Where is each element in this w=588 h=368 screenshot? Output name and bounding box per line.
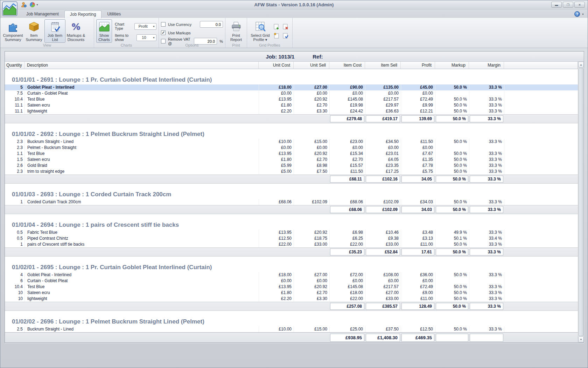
group-footer-cell-desc <box>24 302 259 311</box>
apply-profile-button[interactable] <box>282 32 289 40</box>
group-header[interactable]: 01/01/02 - 2692 : Lounge : 1 Pelmet Buck… <box>5 130 578 139</box>
grand-total-item-cost: £938.95 <box>330 334 364 342</box>
markups-discounts-button[interactable]: % Markups & Discounts <box>65 19 86 43</box>
table-row[interactable]: 1Corded Curtain Track 200cm£68.06£102.09… <box>5 199 578 205</box>
group-footer-cell-unit-cost <box>259 175 294 183</box>
table-row[interactable]: 0.5Piped Contrast Chintz£12.50£18.75£6.2… <box>5 236 578 241</box>
table-row[interactable]: 10Sateen ecru£1.80£2.70£18.00£27.00£9.00… <box>5 290 578 296</box>
column-header-markup[interactable]: Markup <box>435 62 469 69</box>
close-button[interactable]: ✕ <box>574 2 585 8</box>
table-row[interactable]: 2.6Gold Braid£5.99£8.98£15.57£23.35£7.78… <box>5 163 578 169</box>
group-footer-cell-filler <box>504 115 578 123</box>
cell-desc: Curtain - Goblet Pleat <box>24 278 259 284</box>
use-currency-checkbox[interactable] <box>161 22 166 27</box>
table-row[interactable]: 2.3Buckrum Straight - Lined£10.00£15.00£… <box>5 139 578 145</box>
minimize-button[interactable]: ▬ <box>551 2 562 8</box>
print-report-button[interactable]: Print Report <box>227 19 245 43</box>
cell-markup <box>435 145 469 151</box>
group-total-item-sell: £102.16 <box>366 176 400 183</box>
chevron-down-icon[interactable]: ▼ <box>582 13 584 15</box>
add-profile-button[interactable] <box>273 23 280 30</box>
component-summary-button[interactable]: Component Summary <box>2 19 23 43</box>
table-row[interactable]: 11.1lightweight£2.20£3.30£24.42£36.63£12… <box>5 108 578 114</box>
table-row[interactable]: 10.4Test Blue£13.95£20.92£145.08£217.57£… <box>5 284 578 290</box>
cell-unit-sell: £33.00 <box>294 241 329 247</box>
show-charts-button[interactable]: Show Charts <box>96 19 112 43</box>
column-header-item-sell[interactable]: Item Sell <box>365 62 401 69</box>
cell-filler <box>504 272 578 278</box>
chart-options-button[interactable]: ▼ <box>29 2 38 8</box>
column-header-item-cost[interactable]: Item Cost <box>329 62 365 69</box>
table-row[interactable]: 1.1Test Blue£13.95£20.92£15.34£23.01£7.6… <box>5 151 578 157</box>
table-row[interactable]: 10lightweight£2.20£3.30£22.00£33.00£11.0… <box>5 296 578 302</box>
table-row[interactable]: 2.3trim to straight edge£5.00£7.50£11.50… <box>5 169 578 175</box>
group-header[interactable]: 01/01/01 - 2691 : Lounge : 1 Pr. Curtain… <box>5 75 578 84</box>
cell-unit-cost: £0.00 <box>259 145 294 151</box>
grand-total-cell-margin <box>469 333 504 342</box>
table-row[interactable]: 7.5Curtain - Goblet Pleat£0.00£0.00£0.00… <box>5 90 578 96</box>
cell-filler <box>504 326 578 332</box>
scroll-down-button[interactable]: ▼ <box>578 336 584 342</box>
chart-type-select[interactable]: Profit ▼ <box>134 23 156 30</box>
table-row[interactable]: 4Goblet Pleat - Interlined£18.00£27.00£7… <box>5 272 578 278</box>
cell-filler <box>504 284 578 290</box>
tab-job-management[interactable]: Job Management <box>21 10 64 18</box>
column-header-description[interactable]: Description <box>24 62 259 69</box>
cell-margin: 33.3 % <box>469 241 504 247</box>
cell-unit-cost: £5.00 <box>259 169 294 175</box>
column-header-unit-sell[interactable]: Unit Sell <box>294 62 329 69</box>
group-header[interactable]: 01/02/01 - 2695 : Lounge : 1 Pr. Curtain… <box>5 263 578 272</box>
table-row[interactable]: 1pairs of Crescent stiff tie backs£22.00… <box>5 241 578 247</box>
user-icon[interactable] <box>21 2 27 8</box>
items-to-show-select[interactable]: 10 ▼ <box>136 34 156 41</box>
new-document-icon <box>273 33 280 39</box>
delete-profile-button[interactable] <box>282 23 289 30</box>
column-header-quantity[interactable]: Quantity <box>5 62 24 69</box>
table-row[interactable]: 5Goblet Pleat - Interlined£18.00£27.00£9… <box>5 84 578 90</box>
cell-profit: £3.48 <box>401 230 435 236</box>
group-footer-cell-margin: 33.3 % <box>469 248 504 256</box>
tab-job-reporting[interactable]: Job Reporting <box>64 11 102 18</box>
column-header-profit[interactable]: Profit <box>401 62 435 69</box>
group-total-profit: 34.05 <box>401 176 434 183</box>
table-row[interactable]: 2.5Buckrum Straight - Lined£10.00£15.00£… <box>5 326 578 332</box>
table-row[interactable]: 0.5Fabric Test Blue£13.95£20.92£6.98£10.… <box>5 230 578 236</box>
scrollbar-thumb[interactable] <box>579 68 583 336</box>
cell-desc: Goblet Pleat - Interlined <box>24 272 259 278</box>
help-icon[interactable]: ? <box>574 11 580 17</box>
grand-total-cell-item-sell: £1,408.30 <box>365 333 401 342</box>
table-row[interactable]: 11.1Sateen ecru£1.80£2.70£19.98£29.97£9.… <box>5 102 578 108</box>
cell-unit-cost: £1.80 <box>259 157 294 163</box>
vertical-scrollbar[interactable]: ▲ ▼ <box>578 62 584 342</box>
item-summary-button[interactable]: Item Summary <box>23 19 44 43</box>
column-header-margin[interactable]: Margin <box>469 62 504 69</box>
group-footer-cell-markup: 50.0 % <box>435 302 469 311</box>
cell-item-cost: £24.42 <box>329 108 365 114</box>
tab-utilities[interactable]: Utilities <box>102 10 126 18</box>
button-label: Component Summary <box>3 33 23 42</box>
table-row[interactable]: 6Curtain - Goblet Pleat£0.00£0.00£0.00£0… <box>5 278 578 284</box>
scroll-up-button[interactable]: ▲ <box>578 62 584 68</box>
group-header[interactable]: 01/02/02 - 2696 : Lounge : 1 Pelmet Buck… <box>5 317 578 326</box>
currency-rate-input[interactable] <box>200 21 223 28</box>
table-row[interactable]: 2.3Pelmet - Buckrum Straight£0.00£0.00£0… <box>5 145 578 151</box>
grand-total-margin <box>470 334 503 342</box>
group-total-markup: 50.0 % <box>436 303 468 310</box>
titlebar: ▼ AFW Stats - Version 1.0.0.16 (Admin) ▬… <box>0 0 588 9</box>
group-header[interactable]: 01/01/04 - 2694 : Lounge : 1 pairs of Cr… <box>5 220 578 230</box>
use-markups-checkbox[interactable]: ✓ <box>161 30 166 35</box>
group-header[interactable]: 01/01/03 - 2693 : Lounge : 1 Corded Curt… <box>5 190 578 199</box>
cell-desc: Buckrum Straight - Lined <box>24 326 259 332</box>
select-grid-profile-button[interactable]: Select Grid Profile ▾ <box>249 19 271 43</box>
table-row[interactable]: 10.4Test Blue£13.95£20.92£145.08£217.57£… <box>5 96 578 102</box>
new-profile-button[interactable] <box>273 32 280 40</box>
window-title: AFW Stats - Version 1.0.0.16 (Admin) <box>0 2 588 7</box>
restore-button[interactable]: ❐ <box>563 2 573 8</box>
job-item-list-button[interactable]: Job Item List <box>44 19 65 43</box>
column-header-unit-cost[interactable]: Unit Cost <box>259 62 294 69</box>
table-row[interactable]: 1.5Sateen ecru£1.80£2.70£2.70£4.05£1.355… <box>5 157 578 163</box>
cell-item-cost: £22.00 <box>329 296 365 302</box>
cell-filler <box>504 290 578 296</box>
cell-unit-cost: £13.95 <box>259 96 294 102</box>
group-footer-cell-qty <box>5 175 24 183</box>
